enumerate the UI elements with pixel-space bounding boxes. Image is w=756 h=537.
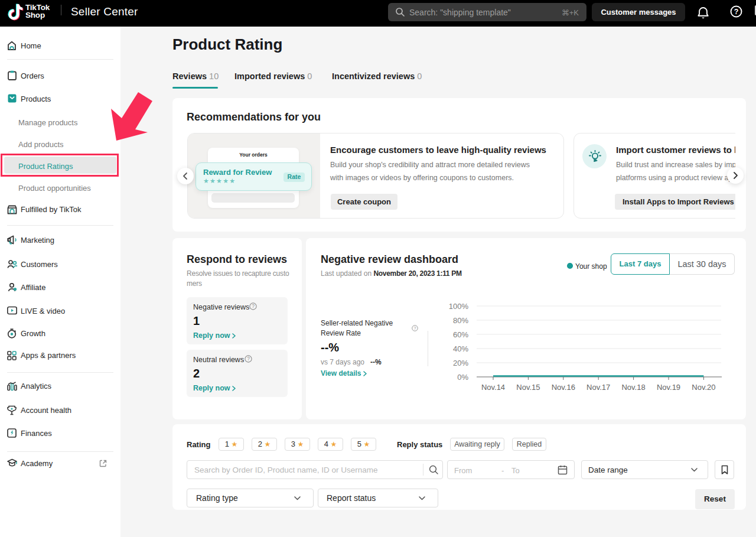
svg-text:60%: 60% [453, 330, 468, 339]
svg-text:Nov.14: Nov.14 [481, 383, 505, 392]
svg-text:0%: 0% [457, 373, 468, 382]
svg-text:?: ? [252, 303, 255, 309]
svg-text:100%: 100% [449, 302, 468, 311]
svg-text:80%: 80% [453, 316, 468, 325]
svg-text:?: ? [734, 8, 739, 16]
svg-text:?: ? [414, 326, 416, 331]
svg-text:Nov.17: Nov.17 [586, 383, 610, 392]
svg-text:Nov.19: Nov.19 [657, 383, 680, 392]
svg-text:Nov.18: Nov.18 [621, 383, 645, 392]
svg-text:?: ? [247, 356, 250, 362]
svg-text:Nov.15: Nov.15 [516, 383, 540, 392]
svg-text:Nov.20: Nov.20 [692, 383, 715, 392]
svg-text:Nov.16: Nov.16 [552, 383, 575, 392]
svg-text:20%: 20% [453, 359, 468, 367]
svg-text:40%: 40% [453, 344, 468, 353]
